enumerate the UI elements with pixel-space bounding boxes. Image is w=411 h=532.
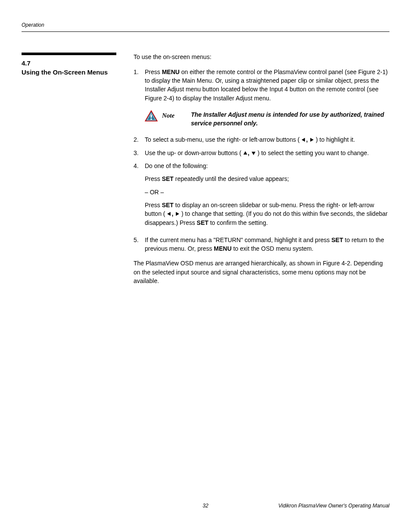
section-title: Using the On-Screen Menus — [22, 68, 121, 77]
content: 4.7 Using the On-Screen Menus To use the… — [22, 53, 389, 285]
text: repeatedly until the desired value appea… — [174, 175, 289, 182]
text: To select a sub-menu, use the right- or … — [145, 136, 300, 143]
text: to confirm the setting. — [209, 219, 268, 226]
text: Do one of the following: — [145, 162, 208, 169]
step-body: Use the up- or down-arrow buttons ( , ) … — [145, 149, 389, 157]
steps-list: 1. Press MENU on either the remote contr… — [134, 68, 389, 103]
step-4: 4. Do one of the following: Press SET re… — [134, 162, 389, 231]
header-rule — [22, 31, 389, 32]
note-triangle-icon — [145, 110, 158, 121]
text: ) to select the setting you want to chan… — [258, 149, 369, 156]
step-body: To select a sub-menu, use the right- or … — [145, 135, 389, 144]
step-4-p1: Press SET repeatedly until the desired v… — [145, 174, 389, 183]
step-number: 2. — [134, 135, 145, 144]
sep: , — [248, 149, 251, 156]
menu-bold: MENU — [162, 68, 180, 75]
step-number: 4. — [134, 162, 145, 231]
note-block: Note The Installer Adjust menu is intend… — [145, 110, 389, 128]
text: Use the up- or down-arrow buttons ( — [145, 149, 241, 156]
svg-marker-5 — [310, 138, 314, 142]
note-text: The Installer Adjust menu is intended fo… — [191, 110, 389, 128]
closing-paragraph: The PlasmaView OSD menus are arranged hi… — [134, 259, 389, 285]
page-number: 32 — [202, 502, 208, 510]
step-1: 1. Press MENU on either the remote contr… — [134, 68, 389, 103]
svg-marker-6 — [243, 151, 247, 155]
step-3: 3. Use the up- or down-arrow buttons ( ,… — [134, 149, 389, 157]
sep: , — [306, 136, 309, 143]
step-body: Press MENU on either the remote control … — [145, 68, 389, 103]
step-5: 5. If the current menu has a "RETURN" co… — [134, 236, 389, 253]
svg-marker-4 — [302, 138, 305, 142]
svg-marker-9 — [176, 212, 179, 216]
text: on either the remote control or the Plas… — [145, 68, 388, 102]
section-number: 4.7 — [22, 59, 121, 68]
intro-text: To use the on-screen menus: — [134, 53, 389, 61]
step-2: 2. To select a sub-menu, use the right- … — [134, 135, 389, 144]
svg-rect-3 — [151, 118, 152, 120]
section-bar — [22, 53, 116, 55]
sep: , — [171, 210, 175, 217]
arrow-left-icon — [167, 212, 171, 216]
arrow-right-icon — [175, 212, 180, 216]
arrow-right-icon — [309, 137, 314, 142]
svg-rect-2 — [151, 115, 152, 118]
text: Press — [145, 175, 162, 182]
step-number: 1. — [134, 68, 145, 103]
right-column: To use the on-screen menus: 1. Press MEN… — [134, 53, 389, 285]
svg-marker-8 — [167, 212, 171, 216]
left-column: 4.7 Using the On-Screen Menus — [22, 53, 121, 285]
arrow-left-icon — [301, 137, 306, 142]
set-bold: SET — [162, 175, 174, 182]
note-icon-wrap: Note — [145, 110, 174, 121]
step-number: 5. — [134, 236, 145, 253]
set-bold: SET — [162, 202, 174, 208]
steps-list-2: 2. To select a sub-menu, use the right- … — [134, 135, 389, 253]
arrow-up-icon — [243, 151, 248, 156]
step-body: If the current menu has a "RETURN" comma… — [145, 236, 389, 253]
text: to exit the OSD menu system. — [232, 245, 314, 252]
svg-marker-7 — [252, 152, 255, 155]
arrow-down-icon — [251, 151, 256, 156]
footer-manual: Vidikron PlasmaView Owner's Operating Ma… — [278, 502, 389, 510]
step-4-p2: Press SET to display an on-screen slideb… — [145, 201, 389, 227]
text: If the current menu has a "RETURN" comma… — [145, 236, 331, 243]
menu-bold: MENU — [214, 245, 231, 252]
step-4-or: – OR – — [145, 188, 389, 196]
set-bold: SET — [197, 219, 209, 226]
text: Press — [145, 202, 162, 208]
set-bold: SET — [331, 236, 343, 243]
step-number: 3. — [134, 149, 145, 157]
text: ) to highlight it. — [316, 136, 355, 143]
text: Press — [145, 68, 162, 75]
footer: 32 Vidikron PlasmaView Owner's Operating… — [22, 502, 389, 510]
note-label: Note — [162, 111, 174, 121]
step-body: Do one of the following: Press SET repea… — [145, 162, 389, 231]
header-section: Operation — [22, 22, 44, 28]
